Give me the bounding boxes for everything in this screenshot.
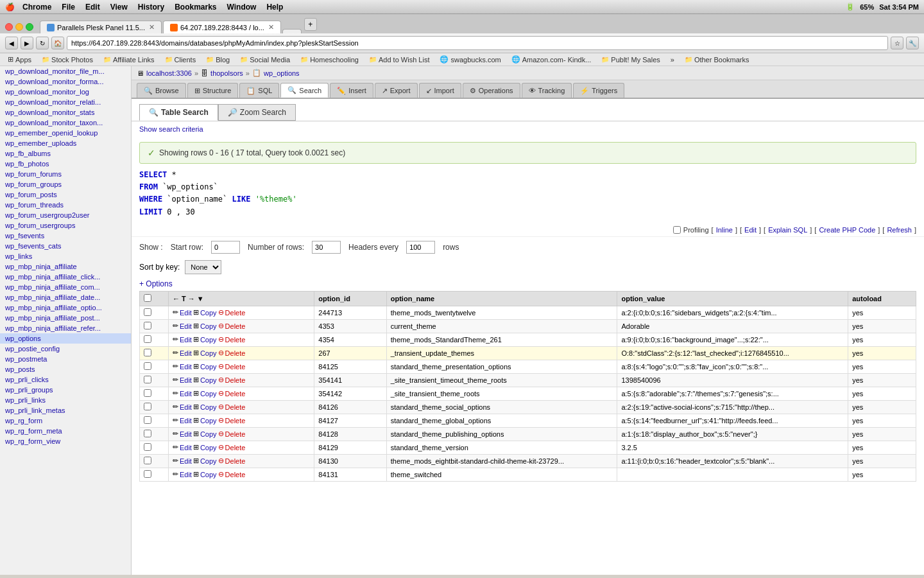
- edit-link-1[interactable]: Edit: [180, 322, 192, 330]
- copy-link-2[interactable]: Copy: [200, 336, 217, 344]
- sidebar-item-31[interactable]: wp_prli_groups: [0, 385, 131, 395]
- copy-link-12[interactable]: Copy: [200, 471, 217, 478]
- col-arrow-right[interactable]: →: [188, 295, 195, 302]
- sidebar-item-13[interactable]: wp_forum_threads: [0, 200, 131, 210]
- breadcrumb-server[interactable]: localhost:3306: [146, 69, 192, 77]
- tab-structure[interactable]: ⊞ Structure: [187, 83, 239, 98]
- tab-2[interactable]: [282, 29, 302, 33]
- copy-link-3[interactable]: Copy: [200, 349, 217, 357]
- copy-link-5[interactable]: Copy: [200, 376, 217, 384]
- copy-link-1[interactable]: Copy: [200, 322, 217, 330]
- delete-link-3[interactable]: Delete: [225, 349, 246, 357]
- delete-link-9[interactable]: Delete: [225, 430, 246, 438]
- view-menu[interactable]: View: [110, 3, 128, 12]
- sidebar-item-7[interactable]: wp_emember_uploads: [0, 138, 131, 148]
- refresh-button[interactable]: ↻: [36, 37, 49, 49]
- copy-link-11[interactable]: Copy: [200, 457, 217, 465]
- copy-link-9[interactable]: Copy: [200, 430, 217, 438]
- sidebar-item-22[interactable]: wp_mbp_ninja_affiliate_date...: [0, 292, 131, 302]
- address-bar[interactable]: [67, 36, 888, 50]
- edit-link-5[interactable]: Edit: [180, 376, 192, 384]
- tab-tracking[interactable]: 👁 Tracking: [522, 83, 572, 98]
- col-arrow-left[interactable]: ←: [173, 295, 180, 302]
- row-select-9[interactable]: [144, 430, 151, 437]
- tab-triggers[interactable]: ⚡ Triggers: [573, 83, 624, 98]
- copy-link-4[interactable]: Copy: [200, 363, 217, 371]
- row-select-3[interactable]: [144, 349, 151, 356]
- sidebar-item-4[interactable]: wp_download_monitor_stats: [0, 107, 131, 118]
- sidebar-item-18[interactable]: wp_links: [0, 251, 131, 261]
- sidebar-item-11[interactable]: wp_forum_groups: [0, 179, 131, 189]
- sidebar-item-28[interactable]: wp_postmeta: [0, 354, 131, 364]
- sidebar-item-8[interactable]: wp_fb_albums: [0, 148, 131, 159]
- edit-link-7[interactable]: Edit: [180, 403, 192, 411]
- edit-link-12[interactable]: Edit: [180, 471, 192, 478]
- tab-insert[interactable]: ✏️ Insert: [330, 83, 373, 98]
- bookmark-other[interactable]: 📁 Other Bookmarks: [682, 55, 752, 64]
- help-menu[interactable]: Help: [266, 3, 283, 12]
- tab-0[interactable]: Parallels Plesk Panel 11.5... ✕: [40, 21, 162, 33]
- copy-link-6[interactable]: Copy: [200, 390, 217, 398]
- sidebar-item-34[interactable]: wp_rg_form: [0, 416, 131, 426]
- window-menu[interactable]: Window: [227, 3, 257, 12]
- col-autoload[interactable]: autoload: [848, 291, 916, 306]
- tab-operations[interactable]: ⚙ Operations: [463, 83, 520, 98]
- breadcrumb-database[interactable]: thopolsors: [210, 69, 243, 77]
- refresh-link[interactable]: Refresh: [887, 226, 912, 234]
- col-option-id[interactable]: option_id: [314, 291, 386, 306]
- row-select-0[interactable]: [144, 308, 151, 316]
- breadcrumb-table[interactable]: wp_options: [264, 69, 300, 77]
- delete-link-4[interactable]: Delete: [225, 363, 246, 371]
- sidebar-item-5[interactable]: wp_download_monitor_taxon...: [0, 118, 131, 128]
- show-criteria-link[interactable]: Show search criteria: [132, 121, 924, 137]
- row-select-6[interactable]: [144, 389, 151, 397]
- sidebar-item-14[interactable]: wp_forum_usergroup2user: [0, 210, 131, 220]
- copy-link-0[interactable]: Copy: [200, 309, 217, 317]
- tab-import[interactable]: ↙ Import: [419, 83, 461, 98]
- headers-input[interactable]: [406, 241, 435, 254]
- bookmark-homeschooling[interactable]: 📁 Homeschooling: [298, 55, 361, 64]
- maximize-button[interactable]: [26, 23, 33, 31]
- delete-link-12[interactable]: Delete: [225, 471, 246, 478]
- star-button[interactable]: ☆: [891, 37, 903, 49]
- sidebar-item-21[interactable]: wp_mbp_ninja_affiliate_com...: [0, 282, 131, 292]
- start-row-input[interactable]: [211, 241, 240, 254]
- edit-link-6[interactable]: Edit: [180, 390, 192, 398]
- sidebar-item-36[interactable]: wp_rg_form_view: [0, 436, 131, 446]
- sidebar-item-26[interactable]: wp_options: [0, 333, 131, 344]
- delete-link-8[interactable]: Delete: [225, 417, 246, 425]
- home-button[interactable]: 🏠: [51, 37, 64, 49]
- row-select-1[interactable]: [144, 322, 151, 329]
- apple-menu[interactable]: 🍎: [5, 3, 15, 12]
- bookmark-amazon[interactable]: 🌐 Amazon.com- Kindk...: [509, 55, 594, 64]
- copy-link-7[interactable]: Copy: [200, 403, 217, 411]
- sidebar-item-24[interactable]: wp_mbp_ninja_affiliate_post...: [0, 313, 131, 323]
- edit-link[interactable]: Edit: [744, 226, 757, 234]
- sidebar-item-16[interactable]: wp_fsevents: [0, 231, 131, 241]
- sidebar-item-23[interactable]: wp_mbp_ninja_affiliate_optio...: [0, 302, 131, 313]
- inline-link[interactable]: Inline: [716, 226, 733, 234]
- tab-export[interactable]: ↗ Export: [375, 83, 418, 98]
- chrome-menu[interactable]: Chrome: [22, 3, 51, 12]
- row-select-4[interactable]: [144, 362, 151, 370]
- sidebar-item-12[interactable]: wp_forum_posts: [0, 189, 131, 200]
- sidebar-item-6[interactable]: wp_emember_openid_lookup: [0, 128, 131, 138]
- edit-link-11[interactable]: Edit: [180, 457, 192, 465]
- sidebar-item-9[interactable]: wp_fb_photos: [0, 159, 131, 169]
- explain-sql-link[interactable]: Explain SQL: [768, 226, 807, 234]
- row-select-7[interactable]: [144, 403, 151, 410]
- bookmark-social-media[interactable]: 📁 Social Media: [237, 55, 293, 64]
- sidebar-item-33[interactable]: wp_prli_link_metas: [0, 405, 131, 416]
- sidebar-item-25[interactable]: wp_mbp_ninja_affiliate_refer...: [0, 323, 131, 333]
- bookmark-blog[interactable]: 📁 Blog: [203, 55, 232, 64]
- tab-0-close[interactable]: ✕: [149, 23, 155, 31]
- edit-link-9[interactable]: Edit: [180, 430, 192, 438]
- select-all-checkbox[interactable]: [144, 294, 151, 302]
- row-select-12[interactable]: [144, 470, 151, 478]
- minimize-button[interactable]: [15, 23, 23, 31]
- delete-link-6[interactable]: Delete: [225, 390, 246, 398]
- new-tab-button[interactable]: +: [304, 18, 317, 31]
- profiling-checkbox[interactable]: [673, 226, 681, 234]
- delete-link-0[interactable]: Delete: [225, 309, 246, 317]
- close-button[interactable]: [5, 23, 13, 31]
